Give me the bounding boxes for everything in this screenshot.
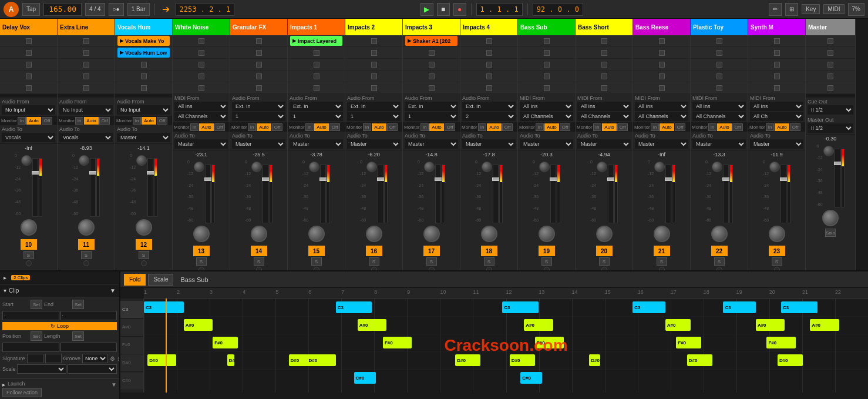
piano-key-D#0[interactable]: D#0 bbox=[120, 354, 143, 372]
monitor-auto-3[interactable]: Auto bbox=[142, 117, 156, 125]
piano-key-F#0[interactable]: F#0 bbox=[120, 337, 143, 354]
note-15[interactable]: F#0 bbox=[676, 337, 701, 348]
solo-btn-9[interactable]: S bbox=[484, 257, 494, 266]
vol-knob-13[interactable] bbox=[711, 226, 728, 242]
fader-track-1[interactable] bbox=[32, 158, 38, 217]
note-2[interactable]: C3 bbox=[502, 301, 539, 313]
groove-randomize-icon[interactable]: ↕ bbox=[117, 356, 120, 362]
clip-slot-6-0[interactable]: ▶Impact Layered bbox=[288, 35, 345, 47]
clip-slot-3-2[interactable] bbox=[115, 59, 172, 71]
from-sub-select-7[interactable]: 1 bbox=[347, 112, 401, 121]
pan-knob-12[interactable] bbox=[654, 162, 665, 172]
monitor-off-12[interactable]: Off bbox=[675, 123, 686, 131]
tempo-display-right[interactable]: 92 . 0 . 0 bbox=[533, 3, 583, 16]
clip-slot-2-2[interactable] bbox=[58, 59, 115, 71]
monitor-off-11[interactable]: Off bbox=[617, 123, 628, 131]
play-button[interactable]: ▶ bbox=[420, 3, 433, 16]
fader-track-13[interactable] bbox=[723, 165, 729, 223]
rec-dot-8[interactable] bbox=[429, 267, 435, 270]
from-sub-select-12[interactable]: All Channels bbox=[635, 112, 688, 121]
note-14[interactable]: F#0 bbox=[535, 337, 564, 348]
track-number-8[interactable]: 17 bbox=[423, 246, 440, 256]
clip-slot-11-1[interactable] bbox=[576, 47, 633, 59]
clip-slot-9-4[interactable] bbox=[460, 82, 517, 94]
vol-knob-3[interactable] bbox=[136, 219, 152, 236]
track-header-4[interactable]: White Noise bbox=[173, 19, 230, 35]
pan-knob-14[interactable] bbox=[769, 162, 780, 172]
note-9[interactable]: A#0 bbox=[665, 319, 691, 331]
monitor-off-6[interactable]: Off bbox=[329, 123, 341, 131]
to-select-10[interactable]: Master bbox=[520, 139, 573, 149]
clip-slot-11-3[interactable] bbox=[576, 71, 633, 82]
solo-btn-11[interactable]: S bbox=[599, 257, 610, 266]
solo-btn-12[interactable]: S bbox=[657, 257, 667, 266]
master-out-select[interactable]: II 1/2 bbox=[808, 123, 853, 133]
start-input[interactable] bbox=[2, 311, 59, 320]
vol-knob-9[interactable] bbox=[481, 226, 497, 242]
monitor-auto-1[interactable]: Auto bbox=[26, 117, 41, 125]
to-select-4[interactable]: Master bbox=[174, 139, 228, 149]
solo-btn-6[interactable]: S bbox=[311, 257, 322, 266]
clip-slot-15-3[interactable] bbox=[806, 71, 855, 82]
to-select-1[interactable]: Vocals bbox=[2, 133, 55, 142]
position-display[interactable]: 2253 . 2 . 1 bbox=[176, 3, 235, 16]
pan-knob-5[interactable] bbox=[251, 162, 262, 172]
clip-slot-4-0[interactable] bbox=[173, 35, 230, 47]
fader-track-9[interactable] bbox=[493, 165, 499, 223]
rec-dot-7[interactable] bbox=[371, 267, 377, 270]
monitor-auto-14[interactable]: Auto bbox=[775, 123, 789, 131]
track-number-7[interactable]: 16 bbox=[366, 246, 382, 256]
clip-slot-12-0[interactable] bbox=[633, 35, 690, 47]
vol-knob-8[interactable] bbox=[423, 226, 440, 242]
track-header-6[interactable]: Impacts 1 bbox=[288, 19, 345, 35]
fader-track-7[interactable] bbox=[378, 165, 383, 223]
clip-slot-2-0[interactable] bbox=[58, 35, 115, 47]
monitor-in-12[interactable]: In bbox=[651, 123, 660, 131]
from-select-5[interactable]: Ext. In bbox=[232, 102, 285, 111]
position-set-btn[interactable]: Set bbox=[31, 331, 42, 341]
to-select-11[interactable]: Master bbox=[577, 139, 631, 149]
monitor-off-2[interactable]: Off bbox=[99, 117, 110, 125]
monitor-in-7[interactable]: In bbox=[363, 123, 372, 131]
note-0[interactable]: C3 bbox=[144, 301, 184, 313]
vol-knob-5[interactable] bbox=[251, 226, 267, 242]
monitor-auto-8[interactable]: Auto bbox=[429, 123, 443, 131]
session-arrow[interactable]: ➜ bbox=[160, 4, 172, 15]
solo-btn-4[interactable]: S bbox=[196, 257, 207, 266]
length-input[interactable]: 22. 0. 0 bbox=[60, 343, 117, 352]
fold-button[interactable]: Fold bbox=[124, 274, 146, 286]
vol-knob-6[interactable] bbox=[308, 226, 325, 242]
to-select-2[interactable]: Vocals bbox=[59, 133, 113, 142]
clip-slot-9-2[interactable] bbox=[460, 59, 517, 71]
start-set-btn[interactable]: Set bbox=[31, 300, 42, 309]
to-select-6[interactable]: Master bbox=[290, 139, 343, 149]
scale-button[interactable]: Scale bbox=[148, 274, 173, 286]
piano-key-A#0[interactable]: A#0 bbox=[120, 319, 143, 337]
clip-slot-13-0[interactable] bbox=[691, 35, 748, 47]
from-select-11[interactable]: All Ins bbox=[577, 102, 631, 111]
clip-slot-9-0[interactable] bbox=[460, 35, 517, 47]
follow-action-button[interactable]: Follow Action bbox=[2, 388, 42, 397]
solo-btn-10[interactable]: S bbox=[541, 257, 552, 266]
monitor-off-9[interactable]: Off bbox=[502, 123, 513, 131]
track-number-2[interactable]: 11 bbox=[78, 239, 95, 250]
from-select-3[interactable]: No Input bbox=[117, 105, 170, 115]
monitor-in-4[interactable]: In bbox=[190, 123, 199, 131]
from-select-9[interactable]: Ext. In bbox=[462, 102, 516, 111]
note-26[interactable]: C#0 bbox=[354, 372, 376, 384]
track-header-5[interactable]: Granular FX bbox=[230, 19, 287, 35]
loop-button[interactable]: ↻ Loop bbox=[2, 322, 117, 330]
track-number-10[interactable]: 19 bbox=[539, 246, 555, 256]
track-header-8[interactable]: Impacts 3 bbox=[403, 19, 460, 35]
monitor-off-14[interactable]: Off bbox=[790, 123, 801, 131]
to-select-13[interactable]: Master bbox=[692, 139, 746, 149]
pan-knob-11[interactable] bbox=[597, 162, 607, 172]
note-20[interactable]: D#0 bbox=[307, 354, 335, 366]
track-header-2[interactable]: Extra Line bbox=[58, 19, 115, 35]
monitor-in-5[interactable]: In bbox=[248, 123, 257, 131]
clip-slot-8-4[interactable] bbox=[403, 82, 460, 94]
note-12[interactable]: F#0 bbox=[213, 337, 238, 348]
groove-select[interactable]: None bbox=[82, 354, 108, 363]
clip-slot-15-2[interactable] bbox=[806, 59, 855, 71]
rec-dot-14[interactable] bbox=[774, 267, 780, 270]
